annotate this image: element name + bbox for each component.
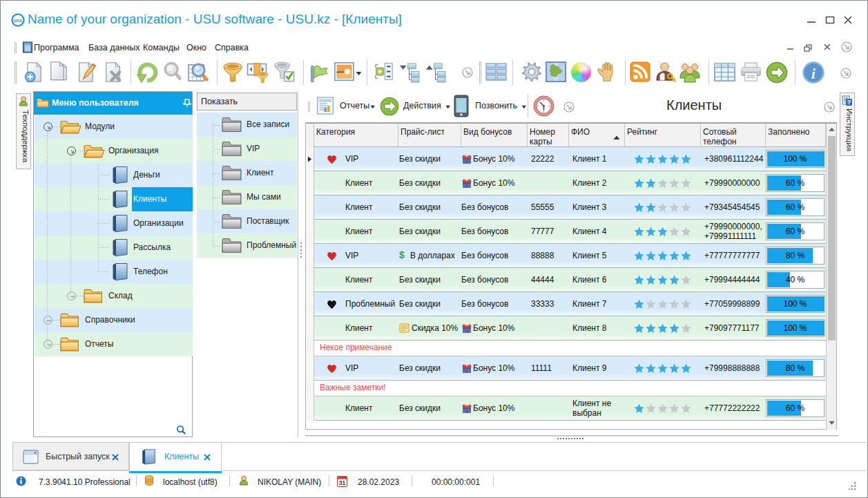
svg-text:usu: usu — [14, 18, 23, 23]
svg-text:31: 31 — [339, 479, 346, 486]
svg-text:i: i — [811, 66, 816, 82]
svg-text:?: ? — [847, 99, 851, 106]
